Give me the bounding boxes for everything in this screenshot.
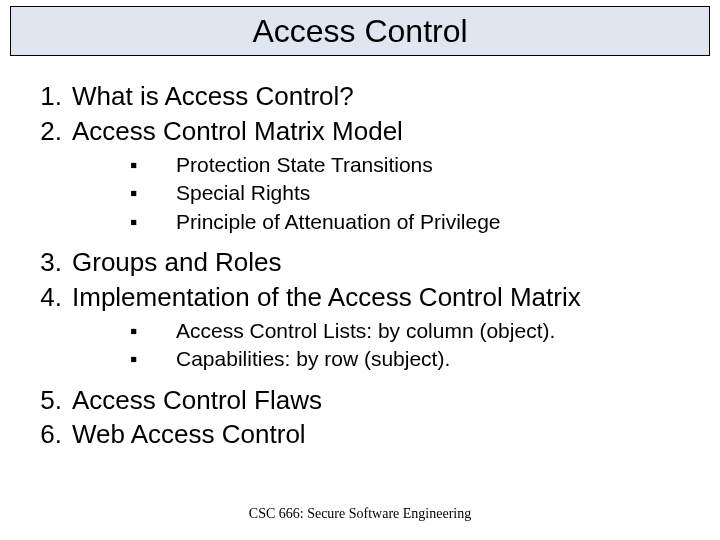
item-number: 4. bbox=[20, 281, 72, 314]
list-item: 4. Implementation of the Access Control … bbox=[20, 281, 700, 314]
list-item: ▪ Protection State Transitions bbox=[130, 151, 700, 179]
square-bullet-icon: ▪ bbox=[130, 151, 176, 179]
square-bullet-icon: ▪ bbox=[130, 208, 176, 236]
list-item: ▪ Access Control Lists: by column (objec… bbox=[130, 317, 700, 345]
item-text: Web Access Control bbox=[72, 418, 306, 451]
list-item: 5. Access Control Flaws bbox=[20, 384, 700, 417]
sub-list: ▪ Access Control Lists: by column (objec… bbox=[130, 317, 700, 374]
item-number: 2. bbox=[20, 115, 72, 148]
list-item: 3. Groups and Roles bbox=[20, 246, 700, 279]
sub-list: ▪ Protection State Transitions ▪ Special… bbox=[130, 151, 700, 236]
list-item: 2. Access Control Matrix Model bbox=[20, 115, 700, 148]
item-text: What is Access Control? bbox=[72, 80, 354, 113]
item-text: Groups and Roles bbox=[72, 246, 282, 279]
square-bullet-icon: ▪ bbox=[130, 317, 176, 345]
list-item: ▪ Principle of Attenuation of Privilege bbox=[130, 208, 700, 236]
list-item: ▪ Capabilities: by row (subject). bbox=[130, 345, 700, 373]
slide-body: 1. What is Access Control? 2. Access Con… bbox=[20, 80, 700, 453]
item-number: 5. bbox=[20, 384, 72, 417]
list-item: 1. What is Access Control? bbox=[20, 80, 700, 113]
item-text: Implementation of the Access Control Mat… bbox=[72, 281, 581, 314]
list-item: ▪ Special Rights bbox=[130, 179, 700, 207]
item-text: Access Control Matrix Model bbox=[72, 115, 403, 148]
item-number: 1. bbox=[20, 80, 72, 113]
title-box: Access Control bbox=[10, 6, 710, 56]
square-bullet-icon: ▪ bbox=[130, 179, 176, 207]
slide-title: Access Control bbox=[252, 13, 467, 50]
sub-item-text: Protection State Transitions bbox=[176, 151, 433, 179]
item-number: 3. bbox=[20, 246, 72, 279]
item-text: Access Control Flaws bbox=[72, 384, 322, 417]
slide: Access Control 1. What is Access Control… bbox=[0, 0, 720, 540]
sub-item-text: Capabilities: by row (subject). bbox=[176, 345, 450, 373]
slide-footer: CSC 666: Secure Software Engineering bbox=[0, 506, 720, 522]
item-number: 6. bbox=[20, 418, 72, 451]
sub-item-text: Special Rights bbox=[176, 179, 310, 207]
sub-item-text: Access Control Lists: by column (object)… bbox=[176, 317, 555, 345]
sub-item-text: Principle of Attenuation of Privilege bbox=[176, 208, 501, 236]
list-item: 6. Web Access Control bbox=[20, 418, 700, 451]
square-bullet-icon: ▪ bbox=[130, 345, 176, 373]
